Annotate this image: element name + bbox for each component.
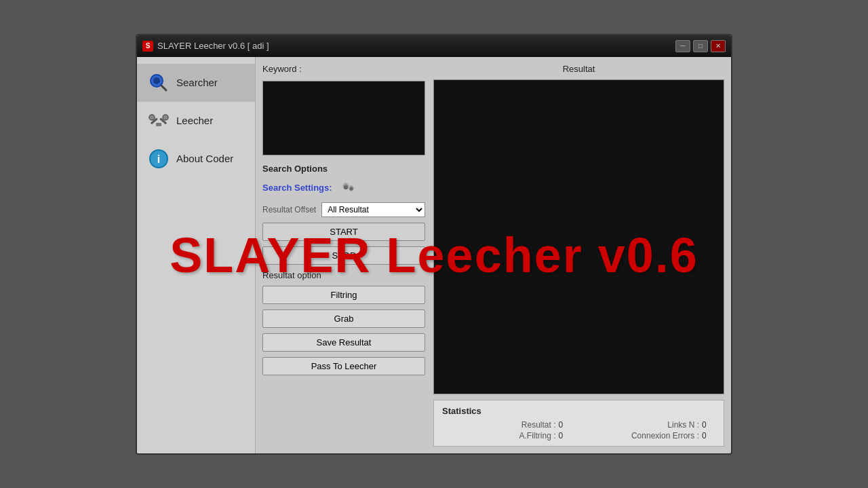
stat-resultat: Resultat : 0 bbox=[442, 420, 572, 430]
stat-afiltring-value: 0 bbox=[559, 431, 572, 440]
titlebar: S SLAYER Leecher v0.6 [ adi ] ─ □ ✕ bbox=[137, 35, 731, 57]
about-label: About Coder bbox=[176, 153, 233, 164]
resultat-area bbox=[433, 79, 724, 394]
search-options-label: Search Options bbox=[262, 164, 425, 174]
right-section: Resultat Statistics Resultat : 0 Links N… bbox=[433, 64, 724, 447]
search-settings-label: Search Settings: bbox=[262, 183, 332, 193]
app-icon: S bbox=[142, 41, 153, 52]
resultat-label: Resultat bbox=[433, 64, 724, 74]
svg-point-5 bbox=[149, 115, 155, 120]
maximize-button[interactable]: □ bbox=[693, 40, 708, 52]
resultat-offset-select[interactable]: All Resultat First 100 First 200 First 5… bbox=[321, 202, 425, 217]
svg-point-6 bbox=[163, 115, 168, 120]
stat-connexion-errors-label: Connexion Errors : bbox=[631, 431, 699, 440]
stat-resultat-value: 0 bbox=[559, 420, 572, 430]
stat-links-label: Links N : bbox=[667, 420, 699, 430]
search-settings-row: Search Settings: bbox=[262, 179, 425, 197]
minimize-button[interactable]: ─ bbox=[675, 40, 690, 52]
about-icon: i bbox=[148, 148, 170, 170]
stat-connexion-errors-value: 0 bbox=[702, 431, 715, 440]
searcher-label: Searcher bbox=[176, 77, 218, 88]
titlebar-controls: ─ □ ✕ bbox=[675, 40, 726, 52]
stat-afiltring-label: A.Filtring : bbox=[519, 431, 555, 440]
grab-button[interactable]: Grab bbox=[262, 309, 425, 328]
titlebar-title: SLAYER Leecher v0.6 [ adi ] bbox=[157, 41, 269, 51]
stop-button[interactable]: STOP bbox=[262, 246, 425, 265]
gear-icon[interactable] bbox=[338, 179, 357, 197]
pass-to-leecher-button[interactable]: Pass To Leecher bbox=[262, 357, 425, 375]
statistics-box: Statistics Resultat : 0 Links N : 0 A.Fi… bbox=[433, 400, 724, 447]
svg-point-1 bbox=[153, 77, 160, 84]
resultat-offset-label: Resultat Offset bbox=[262, 205, 316, 214]
close-button[interactable]: ✕ bbox=[711, 40, 726, 52]
main-content: Searcher Leecher bbox=[137, 57, 731, 453]
stat-links-value: 0 bbox=[702, 420, 715, 430]
sidebar-item-searcher[interactable]: Searcher bbox=[137, 64, 255, 102]
stat-afiltring: A.Filtring : 0 bbox=[442, 431, 572, 440]
main-window: S SLAYER Leecher v0.6 [ adi ] ─ □ ✕ Sea bbox=[136, 34, 732, 455]
keyword-label: Keyword : bbox=[262, 64, 425, 74]
searcher-icon bbox=[148, 72, 170, 94]
keyword-area bbox=[262, 81, 425, 158]
resultat-option-label: Resultat option bbox=[262, 270, 425, 280]
save-resultat-button[interactable]: Save Resultat bbox=[262, 333, 425, 352]
titlebar-left: S SLAYER Leecher v0.6 [ adi ] bbox=[142, 41, 269, 52]
statistics-title: Statistics bbox=[442, 406, 715, 416]
svg-rect-7 bbox=[156, 123, 161, 126]
leecher-icon bbox=[148, 110, 170, 132]
sidebar-item-about[interactable]: i About Coder bbox=[137, 140, 255, 178]
sidebar-item-leecher[interactable]: Leecher bbox=[137, 102, 255, 140]
resultat-offset-row: Resultat Offset All Resultat First 100 F… bbox=[262, 202, 425, 217]
stat-links: Links N : 0 bbox=[586, 420, 716, 430]
sidebar: Searcher Leecher bbox=[137, 57, 256, 453]
keyword-input[interactable] bbox=[262, 81, 425, 155]
filtring-button[interactable]: Filtring bbox=[262, 286, 425, 304]
start-button[interactable]: START bbox=[262, 223, 425, 241]
statistics-grid: Resultat : 0 Links N : 0 A.Filtring : 0 bbox=[442, 420, 715, 440]
right-panel: Keyword : Search Options Search Settings… bbox=[256, 57, 731, 453]
leecher-label: Leecher bbox=[176, 115, 213, 126]
stat-resultat-label: Resultat : bbox=[521, 420, 556, 430]
svg-text:i: i bbox=[157, 153, 160, 165]
stat-connexion-errors: Connexion Errors : 0 bbox=[586, 431, 716, 440]
svg-line-2 bbox=[161, 86, 166, 90]
left-section: Keyword : Search Options Search Settings… bbox=[262, 64, 425, 447]
